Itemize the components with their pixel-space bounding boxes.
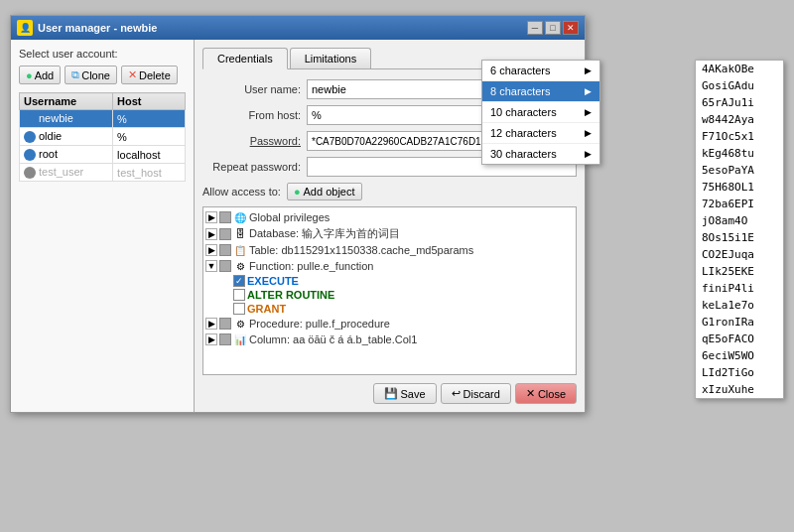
menu-item-12chars[interactable]: 12 characters ▶ [482, 123, 599, 144]
tree-checkbox[interactable] [219, 333, 231, 345]
tree-item[interactable]: ▶ 🌐 Global privileges [205, 209, 574, 225]
tree-item[interactable]: ✓ EXECUTE [233, 274, 574, 288]
tree-checkbox[interactable] [233, 303, 245, 315]
maximize-button[interactable]: □ [545, 21, 561, 35]
tree-item[interactable]: ▶ ⚙ Procedure: pulle.f_procedure [205, 316, 574, 332]
list-item[interactable]: GosiGAdu [696, 77, 783, 94]
submenu-arrow-icon: ▶ [585, 107, 592, 117]
window-title: User manager - newbie [38, 22, 157, 34]
title-bar: 👤 User manager - newbie ─ □ ✕ [11, 16, 585, 40]
tree-item[interactable]: ALTER ROUTINE [233, 288, 574, 302]
tab-credentials[interactable]: Credentials [202, 48, 288, 69]
save-icon: 💾 [384, 387, 398, 400]
allow-access-row: Allow access to: ● Add object [202, 183, 577, 200]
add-object-button[interactable]: ● Add object [287, 183, 362, 200]
tree-item[interactable]: ▶ 🗄 Database: 输入字库为首的词目 [205, 225, 574, 242]
minimize-button[interactable]: ─ [527, 21, 543, 35]
menu-item-label: 8 characters [490, 85, 551, 97]
clone-user-button[interactable]: ⧉ Clone [65, 66, 117, 84]
tree-checkbox[interactable] [219, 228, 231, 240]
user-host-cell: % [113, 110, 186, 128]
add-icon: ● [26, 69, 33, 81]
list-item[interactable]: CO2EJuqa [696, 246, 783, 263]
list-item[interactable]: w8442Aya [696, 111, 783, 128]
menu-item-30chars[interactable]: 30 characters ▶ [482, 144, 599, 164]
bottom-buttons: 💾 Save ↩ Discard ✕ Close [202, 383, 577, 404]
list-item[interactable]: 75H68OL1 [696, 179, 783, 196]
tree-checkbox[interactable] [219, 318, 231, 330]
tree-expander[interactable]: ▶ [205, 333, 217, 345]
user-toolbar: ● Add ⧉ Clone ✕ Delete [19, 66, 186, 84]
tree-checkbox[interactable]: ✓ [233, 275, 245, 287]
list-item[interactable]: LId2TiGo [696, 364, 783, 381]
tree-expander[interactable]: ▶ [205, 244, 217, 256]
delete-label: Delete [139, 69, 171, 81]
list-item[interactable]: G1ronIRa [696, 314, 783, 331]
tree-item[interactable]: ▶ 📋 Table: db115291x1150338.cache_md5par… [205, 242, 574, 258]
list-item[interactable]: 5esoPaYA [696, 162, 783, 179]
list-item[interactable]: LIk25EKE [696, 263, 783, 280]
tree-expander[interactable]: ▼ [205, 260, 217, 272]
table-row[interactable]: test_user test_host [20, 164, 186, 182]
tree-label: Column: aa öāü č á á.b_table.Col1 [249, 333, 417, 345]
list-item[interactable]: jO8am4O [696, 212, 783, 229]
list-item[interactable]: F71Oc5x1 [696, 128, 783, 145]
list-item[interactable]: kEg468tu [696, 145, 783, 162]
table-row[interactable]: oldie % [20, 128, 186, 146]
add-user-button[interactable]: ● Add [19, 66, 61, 84]
close-icon: ✕ [526, 387, 535, 400]
select-account-label: Select user account: [19, 48, 186, 60]
menu-item-6chars[interactable]: 6 characters ▶ [482, 61, 599, 81]
list-item[interactable]: 4AKakOBe [696, 61, 783, 77]
tree-expander[interactable]: ▶ [205, 228, 217, 240]
user-name-cell: oldie [20, 128, 113, 146]
database-icon: 🗄 [233, 227, 247, 241]
global-icon: 🌐 [233, 210, 247, 224]
tree-label: Global privileges [249, 211, 330, 223]
username-col-header: Username [20, 93, 113, 110]
delete-user-button[interactable]: ✕ Delete [121, 66, 178, 84]
window-close-button[interactable]: ✕ [563, 21, 579, 35]
tree-label: Function: pulle.e_function [249, 260, 373, 272]
left-panel: Select user account: ● Add ⧉ Clone ✕ Del… [11, 40, 195, 412]
tree-checkbox[interactable] [233, 289, 245, 301]
tree-expander[interactable]: ▶ [205, 318, 217, 330]
tree-item[interactable]: ▼ ⚙ Function: pulle.e_function [205, 258, 574, 274]
list-item[interactable]: 6eciW5WO [696, 347, 783, 364]
menu-item-8chars[interactable]: 8 characters ▶ [482, 81, 599, 102]
close-button[interactable]: ✕ Close [515, 383, 577, 404]
save-label: Save [401, 388, 426, 400]
tree-checkbox[interactable] [219, 260, 231, 272]
tree-checkbox[interactable] [219, 244, 231, 256]
user-name-cell: test_user [20, 164, 113, 182]
list-item[interactable]: 8Os15i1E [696, 229, 783, 246]
tree-item[interactable]: GRANT [233, 302, 574, 316]
submenu-arrow-icon: ▶ [585, 86, 592, 96]
allow-access-label: Allow access to: [202, 186, 281, 198]
save-button[interactable]: 💾 Save [373, 383, 437, 404]
list-item[interactable]: qE5oFACO [696, 331, 783, 347]
user-name-cell: newbie [20, 110, 113, 128]
table-row[interactable]: newbie % [20, 110, 186, 128]
clone-icon: ⧉ [71, 68, 79, 81]
list-item[interactable]: xIzuXuhe [696, 381, 783, 398]
tree-checkbox[interactable] [219, 211, 231, 223]
tree-item[interactable]: ▶ 📊 Column: aa öāü č á á.b_table.Col1 [205, 332, 574, 347]
tree-expander[interactable]: ▶ [205, 211, 217, 223]
user-icon [24, 167, 36, 179]
user-table: Username Host newbie % oldie % root [19, 92, 186, 182]
list-item[interactable]: 65rAJu1i [696, 94, 783, 111]
menu-item-10chars[interactable]: 10 characters ▶ [482, 102, 599, 123]
list-item[interactable]: 72ba6EPI [696, 196, 783, 212]
discard-button[interactable]: ↩ Discard [441, 383, 511, 404]
add-object-label: Add object [304, 186, 355, 198]
privilege-tree: ▶ 🌐 Global privileges ▶ 🗄 Database: 输入字库… [202, 206, 577, 375]
column-icon: 📊 [233, 332, 247, 346]
user-icon [24, 149, 36, 161]
submenu-arrow-icon: ▶ [585, 149, 592, 159]
list-item[interactable]: finiP4li [696, 280, 783, 297]
table-row[interactable]: root localhost [20, 146, 186, 164]
tab-limitations[interactable]: Limitations [290, 48, 372, 68]
user-host-cell: test_host [113, 164, 186, 182]
list-item[interactable]: keLa1e7o [696, 297, 783, 314]
